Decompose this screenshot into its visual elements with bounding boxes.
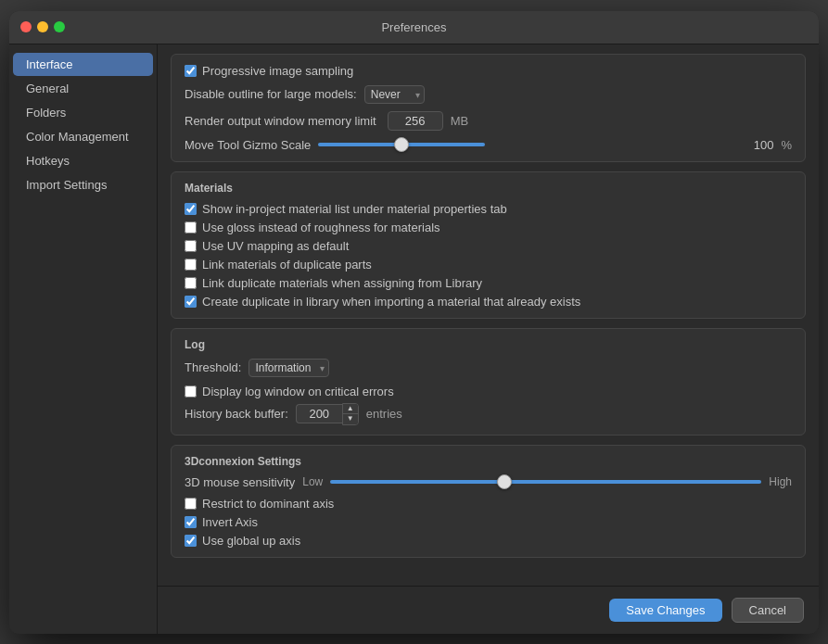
traffic-lights xyxy=(20,21,65,32)
materials-checkbox-row-4: Link duplicate materials when assigning … xyxy=(185,276,792,290)
sidebar-item-import-settings[interactable]: Import Settings xyxy=(13,173,153,196)
sidebar-item-folders[interactable]: Folders xyxy=(13,101,153,124)
high-label: High xyxy=(769,475,792,488)
materials-checkbox-2[interactable] xyxy=(185,240,197,252)
materials-checkbox-label-5: Create duplicate in library when importi… xyxy=(202,295,580,309)
materials-checkbox-3[interactable] xyxy=(185,259,197,271)
threshold-select-wrapper: Debug Information Warning Error Critical xyxy=(248,359,329,377)
materials-checkbox-row-0: Show in-project material list under mate… xyxy=(185,202,792,216)
spin-down-button[interactable]: ▼ xyxy=(343,414,358,424)
render-output-label: Render output window memory limit xyxy=(185,114,376,128)
move-tool-label: Move Tool Gizmo Scale xyxy=(185,138,311,152)
materials-checkboxes: Show in-project material list under mate… xyxy=(185,202,792,309)
save-button[interactable]: Save Changes xyxy=(609,599,721,622)
connexion-checkbox-label-2: Use global up axis xyxy=(202,534,300,548)
materials-checkbox-0[interactable] xyxy=(185,203,197,215)
materials-section: Materials Show in-project material list … xyxy=(171,171,806,319)
progressive-row: Progressive image sampling xyxy=(185,64,792,78)
sensitivity-row: 3D mouse sensitivity Low High xyxy=(185,475,792,489)
connexion-checkbox-2[interactable] xyxy=(185,535,197,547)
cancel-button[interactable]: Cancel xyxy=(732,598,804,623)
connexion-checkbox-label-0: Restrict to dominant axis xyxy=(202,497,334,511)
materials-checkbox-1[interactable] xyxy=(185,221,197,234)
progressive-sampling-checkbox[interactable] xyxy=(185,65,197,77)
disable-outline-select-wrapper: Never Always Auto xyxy=(364,85,425,104)
top-section: Progressive image sampling Disable outli… xyxy=(171,54,806,162)
render-output-row: Render output window memory limit MB xyxy=(185,111,792,131)
materials-checkbox-row-3: Link materials of duplicate parts xyxy=(185,258,792,271)
sensitivity-label: 3D mouse sensitivity xyxy=(185,475,295,489)
move-tool-row: Move Tool Gizmo Scale 100 % xyxy=(185,138,792,152)
history-spinbox: ▲ ▼ xyxy=(296,403,359,425)
render-output-unit: MB xyxy=(451,114,469,128)
materials-checkbox-row-5: Create duplicate in library when importi… xyxy=(185,295,792,309)
connexion-checkbox-row-0: Restrict to dominant axis xyxy=(185,497,792,511)
connexion-checkbox-1[interactable] xyxy=(185,516,197,528)
content-area: Progressive image sampling Disable outli… xyxy=(158,44,819,634)
sidebar-item-hotkeys[interactable]: Hotkeys xyxy=(13,149,153,172)
materials-checkbox-label-1: Use gloss instead of roughness for mater… xyxy=(202,221,440,234)
move-tool-slider[interactable] xyxy=(318,143,485,146)
threshold-select[interactable]: Debug Information Warning Error Critical xyxy=(248,359,329,377)
connexion-checkbox-0[interactable] xyxy=(185,498,197,510)
materials-header: Materials xyxy=(185,182,792,195)
connexion-header: 3Dconnexion Settings xyxy=(185,455,792,468)
materials-checkbox-label-4: Link duplicate materials when assigning … xyxy=(202,276,482,290)
move-tool-value: 100 xyxy=(745,138,773,152)
materials-checkbox-label-0: Show in-project material list under mate… xyxy=(202,202,507,216)
minimize-button[interactable] xyxy=(37,21,48,32)
display-log-label: Display log window on critical errors xyxy=(202,385,394,398)
disable-outline-label: Disable outline for large models: xyxy=(185,87,357,101)
disable-outline-row: Disable outline for large models: Never … xyxy=(185,85,792,104)
history-input[interactable] xyxy=(296,404,342,423)
display-log-checkbox[interactable] xyxy=(185,385,197,398)
sidebar-item-interface[interactable]: Interface xyxy=(13,53,153,76)
sidebar-item-general[interactable]: General xyxy=(13,77,153,100)
connexion-checkboxes: Restrict to dominant axisInvert AxisUse … xyxy=(185,497,792,548)
bottom-bar: Save Changes Cancel xyxy=(158,586,819,634)
history-row: History back buffer: ▲ ▼ entries xyxy=(185,403,792,425)
preferences-window: Preferences Interface General Folders Co… xyxy=(9,11,819,634)
connexion-checkbox-label-1: Invert Axis xyxy=(202,515,258,529)
materials-checkbox-5[interactable] xyxy=(185,296,197,308)
connexion-checkbox-row-2: Use global up axis xyxy=(185,534,792,548)
history-label: History back buffer: xyxy=(185,407,288,421)
materials-checkbox-label-2: Use UV mapping as default xyxy=(202,239,349,253)
move-tool-unit: % xyxy=(781,138,792,152)
materials-checkbox-row-1: Use gloss instead of roughness for mater… xyxy=(185,221,792,234)
log-section: Log Threshold: Debug Information Warning… xyxy=(171,328,806,436)
close-button[interactable] xyxy=(20,21,32,32)
threshold-row: Threshold: Debug Information Warning Err… xyxy=(185,359,792,377)
spin-buttons: ▲ ▼ xyxy=(342,403,359,425)
sensitivity-slider[interactable] xyxy=(330,480,761,484)
materials-checkbox-4[interactable] xyxy=(185,277,197,289)
move-tool-slider-container xyxy=(318,143,738,146)
spin-up-button[interactable]: ▲ xyxy=(343,404,358,414)
connexion-section: 3Dconnexion Settings 3D mouse sensitivit… xyxy=(171,445,806,558)
progressive-sampling-label: Progressive image sampling xyxy=(202,64,353,78)
history-unit: entries xyxy=(366,407,402,421)
materials-checkbox-row-2: Use UV mapping as default xyxy=(185,239,792,253)
materials-checkbox-label-3: Link materials of duplicate parts xyxy=(202,258,372,271)
log-header: Log xyxy=(185,338,792,351)
maximize-button[interactable] xyxy=(54,21,65,32)
disable-outline-select[interactable]: Never Always Auto xyxy=(364,85,425,104)
main-layout: Interface General Folders Color Manageme… xyxy=(9,44,819,634)
titlebar: Preferences xyxy=(9,11,819,44)
display-log-row: Display log window on critical errors xyxy=(185,385,792,398)
low-label: Low xyxy=(302,475,323,488)
render-output-input[interactable] xyxy=(388,111,443,131)
scroll-content[interactable]: Progressive image sampling Disable outli… xyxy=(158,44,819,586)
sidebar: Interface General Folders Color Manageme… xyxy=(9,44,158,634)
sidebar-item-color-management[interactable]: Color Management xyxy=(13,125,153,148)
threshold-label: Threshold: xyxy=(185,360,241,374)
window-title: Preferences xyxy=(381,20,446,34)
connexion-checkbox-row-1: Invert Axis xyxy=(185,515,792,529)
